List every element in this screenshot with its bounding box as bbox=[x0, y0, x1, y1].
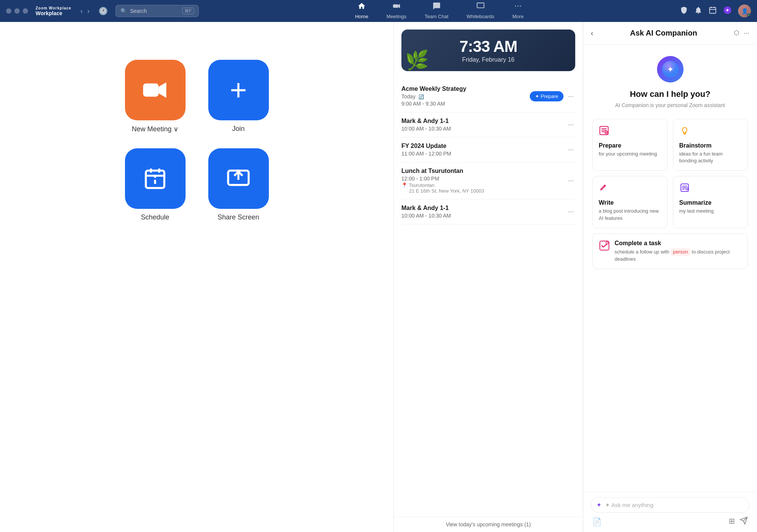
more-icon bbox=[514, 2, 522, 12]
prepare-card-title: Prepare bbox=[599, 142, 661, 149]
meeting-dots-button[interactable]: ··· bbox=[567, 91, 575, 102]
new-meeting-item[interactable]: New Meeting ∨ bbox=[125, 60, 186, 133]
back-arrow[interactable]: ‹ bbox=[79, 6, 84, 17]
ai-companion-icon[interactable]: ✦ bbox=[723, 6, 732, 17]
join-button[interactable] bbox=[208, 60, 269, 120]
meeting-item: Mark & Andy 1-1 10:00 AM - 10:30 AM ··· bbox=[401, 199, 575, 224]
ai-card-write[interactable]: Write a blog post introducing new AI fea… bbox=[592, 176, 668, 228]
ai-input-row[interactable]: ✦ ✦ Ask me anything bbox=[591, 497, 749, 513]
ai-expand-icon[interactable]: ⬡ bbox=[734, 29, 739, 37]
meeting-info: Mark & Andy 1-1 10:00 AM - 10:30 AM bbox=[401, 205, 451, 219]
meeting-header: Mark & Andy 1-1 10:00 AM - 10:30 AM ··· bbox=[401, 118, 575, 132]
meeting-title: FY 2024 Update bbox=[401, 143, 451, 149]
forward-arrow[interactable]: › bbox=[86, 6, 91, 17]
time-date: Friday, February 16 bbox=[462, 56, 514, 63]
search-bar[interactable]: 🔍 Search ⌘F bbox=[116, 5, 199, 17]
tab-whiteboards-label: Whiteboards bbox=[467, 14, 494, 19]
join-item[interactable]: Join bbox=[208, 60, 269, 133]
meeting-header: Mark & Andy 1-1 10:00 AM - 10:30 AM ··· bbox=[401, 205, 575, 219]
tab-more[interactable]: More bbox=[503, 0, 533, 23]
avatar[interactable]: 👤 bbox=[738, 5, 751, 17]
security-icon[interactable] bbox=[680, 6, 688, 16]
attachment-icon[interactable]: 📄 bbox=[592, 517, 602, 526]
prepare-label: Prepare bbox=[541, 93, 558, 99]
meeting-header: Acme Weekly Strategy Today 🔄 9:00 AM - 9… bbox=[401, 86, 575, 107]
meeting-actions: ··· bbox=[567, 119, 575, 130]
complete-card-desc: schedule a follow up with person to disc… bbox=[615, 248, 741, 263]
calendar-icon[interactable] bbox=[709, 6, 717, 16]
traffic-lights bbox=[6, 8, 28, 14]
prepare-icon: ✦ bbox=[535, 93, 539, 99]
share-screen-label: Share Screen bbox=[217, 213, 259, 221]
summarize-card-title: Summarize bbox=[679, 199, 742, 206]
ai-card-summarize[interactable]: Summarize my last meeting bbox=[673, 176, 748, 228]
ai-companion-icon: ✦ bbox=[657, 56, 684, 82]
svg-rect-9 bbox=[146, 170, 164, 188]
meeting-actions: ··· bbox=[567, 206, 575, 217]
plant-decoration: 🌿 bbox=[405, 49, 429, 71]
tab-home[interactable]: Home bbox=[346, 0, 378, 23]
meetings-icon bbox=[392, 2, 401, 12]
meeting-location: 📍 Tsurutontan 21 E 16th St, New York, NY… bbox=[401, 182, 484, 194]
share-screen-item[interactable]: Share Screen bbox=[208, 148, 269, 221]
ai-greeting: How can I help you? bbox=[630, 89, 710, 99]
complete-card-title: Complete a task bbox=[615, 240, 741, 247]
title-bar: Zoom Workplace Workplace ‹ › 🕐 🔍 Search … bbox=[0, 0, 757, 22]
traffic-light-minimize[interactable] bbox=[14, 8, 20, 14]
meeting-header: FY 2024 Update 11:00 AM - 12:00 PM ··· bbox=[401, 143, 575, 157]
traffic-light-close[interactable] bbox=[6, 8, 11, 14]
svg-point-3 bbox=[517, 6, 518, 7]
view-upcoming-button[interactable]: View today's upcoming meetings (1) bbox=[394, 516, 583, 532]
share-screen-button[interactable] bbox=[208, 148, 269, 209]
schedule-button[interactable] bbox=[125, 148, 186, 209]
time-widget: 🌿 7:33 AM Friday, February 16 bbox=[401, 30, 575, 71]
prepare-card-desc: for your upcoming meeting bbox=[599, 151, 661, 157]
ai-back-button[interactable]: ‹ bbox=[591, 29, 593, 37]
center-panel: 🌿 7:33 AM Friday, February 16 Acme Weekl… bbox=[393, 22, 583, 532]
whiteboards-icon bbox=[476, 2, 485, 12]
tab-meetings[interactable]: Meetings bbox=[377, 0, 415, 23]
zoom-brand: Zoom Workplace bbox=[36, 6, 71, 10]
summarize-card-desc: my last meeting bbox=[679, 208, 742, 215]
tab-whiteboards[interactable]: Whiteboards bbox=[457, 0, 503, 23]
write-card-desc: a blog post introducing new AI features bbox=[599, 208, 661, 221]
new-meeting-button[interactable] bbox=[125, 60, 186, 120]
meetings-list: Acme Weekly Strategy Today 🔄 9:00 AM - 9… bbox=[394, 80, 583, 516]
ai-companion-panel: ‹ Ask AI Companion ⬡ ··· ✦ bbox=[583, 22, 757, 532]
prepare-card-icon bbox=[599, 125, 661, 138]
search-label: Search bbox=[130, 8, 147, 14]
meeting-dots-button[interactable]: ··· bbox=[567, 206, 575, 217]
schedule-item[interactable]: Schedule bbox=[125, 148, 186, 221]
svg-point-2 bbox=[515, 6, 516, 7]
main-layout: New Meeting ∨ Join Schedule bbox=[0, 22, 757, 532]
notifications-icon[interactable] bbox=[694, 6, 702, 16]
meeting-dots-button[interactable]: ··· bbox=[567, 119, 575, 130]
traffic-light-maximize[interactable] bbox=[23, 8, 28, 14]
meeting-title: Lunch at Tsurutontan bbox=[401, 168, 484, 174]
tab-team-chat[interactable]: Team Chat bbox=[415, 0, 457, 23]
meeting-header: Lunch at Tsurutontan 12:00 - 1:00 PM 📍 T… bbox=[401, 168, 575, 194]
send-icon[interactable] bbox=[740, 516, 748, 527]
tab-more-label: More bbox=[512, 14, 524, 19]
complete-card-text: Complete a task schedule a follow up wit… bbox=[615, 240, 741, 263]
recur-icon: 🔄 bbox=[418, 94, 424, 100]
prepare-button[interactable]: ✦ Prepare bbox=[530, 91, 563, 101]
ai-sparkle-icon: ✦ bbox=[596, 501, 601, 509]
meeting-dots-button[interactable]: ··· bbox=[567, 175, 575, 186]
left-panel: New Meeting ∨ Join Schedule bbox=[0, 22, 393, 532]
meeting-dots-button[interactable]: ··· bbox=[567, 144, 575, 155]
ai-header-actions: ⬡ ··· bbox=[734, 29, 749, 37]
ai-card-brainstorm[interactable]: Brainstorm ideas for a fun team bonding … bbox=[673, 119, 748, 171]
search-shortcut: ⌘F bbox=[182, 8, 194, 14]
grid-icon[interactable]: ⊞ bbox=[729, 516, 735, 527]
person-tag: person bbox=[671, 248, 690, 256]
ai-card-prepare[interactable]: Prepare for your upcoming meeting bbox=[592, 119, 668, 171]
ai-input-placeholder: ✦ Ask me anything bbox=[605, 502, 744, 509]
new-meeting-label: New Meeting ∨ bbox=[132, 125, 178, 133]
schedule-label: Schedule bbox=[141, 213, 169, 221]
ai-more-icon[interactable]: ··· bbox=[744, 29, 749, 37]
ai-card-complete[interactable]: Complete a task schedule a follow up wit… bbox=[592, 233, 748, 269]
location-pin-icon: 📍 bbox=[401, 182, 407, 188]
history-button[interactable]: 🕐 bbox=[95, 5, 111, 17]
nav-arrows: ‹ › bbox=[79, 6, 91, 17]
